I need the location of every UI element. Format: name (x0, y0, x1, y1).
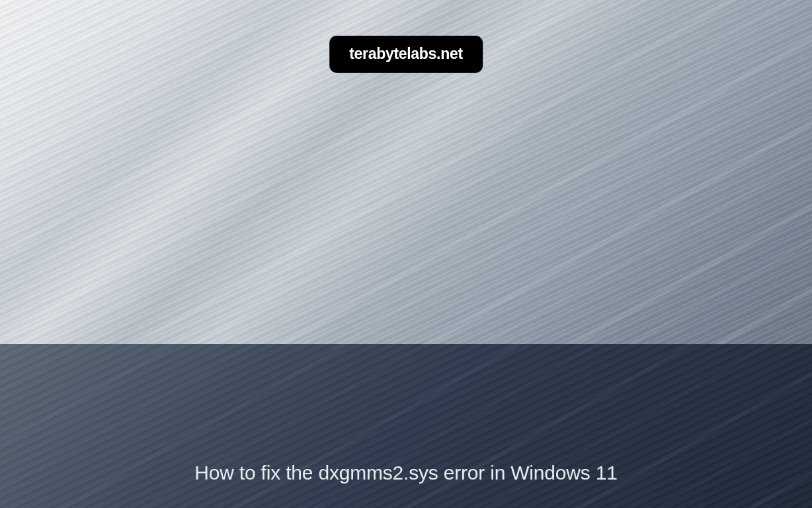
title-container: How to fix the dxgmms2.sys error in Wind… (0, 459, 812, 487)
hero-section: terabytelabs.net (0, 0, 812, 344)
article-title: How to fix the dxgmms2.sys error in Wind… (26, 459, 786, 487)
brand-badge[interactable]: terabytelabs.net (329, 36, 483, 73)
title-section: How to fix the dxgmms2.sys error in Wind… (0, 344, 812, 508)
brand-name: terabytelabs.net (349, 45, 463, 62)
